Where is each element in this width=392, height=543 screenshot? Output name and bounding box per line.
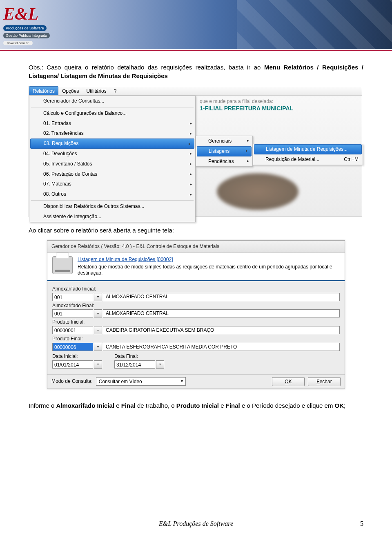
input-prod-ini-name[interactable]: CADEIRA GIRATORIA EXECUTIVA SEM BRAÇO	[103, 326, 340, 334]
dd-gerenciador[interactable]: Gerenciador de Consultas...	[29, 96, 195, 106]
input-prod-ini-code[interactable]: 00000001	[52, 326, 93, 334]
dropdown-icon[interactable]: ▾	[156, 360, 164, 369]
printer-icon	[52, 256, 73, 274]
brand-tagline-1: Produções de Software	[3, 25, 47, 31]
dd-prestacao[interactable]: 06. Prestação de Contas	[29, 169, 195, 179]
dd-inventario[interactable]: 05. Inventário / Saldos	[29, 159, 195, 169]
brand-tagline-2: Gestão Pública Integrada	[3, 33, 50, 38]
input-almox-ini-code[interactable]: 001	[52, 293, 93, 301]
input-prod-fin-code[interactable]: 00000006	[52, 343, 93, 351]
shortcut-label: Ctrl+M	[344, 156, 359, 163]
brand-url: www.el.com.br	[3, 41, 33, 45]
input-prod-fin-name[interactable]: CANETA ESFEROGRAFICA ESCRITA MEDIA COR P…	[103, 343, 340, 351]
input-almox-fin-name[interactable]: ALMOXARIFADO CENTRAL	[103, 309, 340, 317]
page-header-banner: E&L Produções de Software Gestão Pública…	[0, 0, 392, 49]
sm-listagem-minuta[interactable]: Listagem de Minuta de Requisições...	[254, 144, 362, 154]
bg-filial-title: 1-FILIAL PREFEITURA MUNICIPAL	[200, 105, 293, 113]
sm-pendencias[interactable]: Pendências	[196, 156, 252, 167]
page-footer: E&L Produções de Software	[0, 520, 392, 527]
dd-devolucoes[interactable]: 04. Devoluções	[29, 149, 195, 159]
sm-listagens[interactable]: Listagens	[197, 146, 252, 156]
brand-name: E&L	[3, 4, 50, 24]
ok-button[interactable]: OOKK	[272, 377, 305, 386]
sm-gerenciais[interactable]: Gerenciais	[196, 136, 252, 146]
label-prod-inicial: Produto Inicial:	[52, 319, 340, 326]
input-data-inicial[interactable]: 01/01/2014	[52, 360, 93, 369]
label-prod-final: Produto Final:	[52, 335, 340, 342]
input-almox-fin-code[interactable]: 001	[52, 309, 93, 317]
label-almox-inicial: Almoxarifado Inicial:	[52, 286, 340, 293]
menu-utilitarios[interactable]: Utilitários	[82, 86, 110, 95]
label-data-final: Data Final:	[114, 353, 164, 360]
dropdown-icon[interactable]: ▾	[94, 309, 102, 317]
dd-transferencias[interactable]: 02. Transferências	[29, 128, 195, 139]
dd-assistente[interactable]: Assistente de Integração...	[29, 212, 195, 222]
bg-hint-text: que e mude para a filial desejada:	[200, 98, 273, 105]
dialog-description: Relatório que mostra de modo simples tod…	[78, 264, 340, 277]
dd-disponibilizar[interactable]: Disponibilizar Relatórios de Outros Sist…	[29, 201, 195, 212]
dialog-header: Listagem de Minuta de Requisições [00002…	[47, 253, 345, 281]
label-data-inicial: Data Inicial:	[52, 353, 102, 360]
submenu-listagens: Listagem de Minuta de Requisições... Req…	[253, 144, 363, 165]
screenshot-dialog: Gerador de Relatórios ( Versão: 4.0 ) - …	[47, 240, 345, 389]
sm-req-material[interactable]: Requisição de Material... Ctrl+M	[253, 154, 363, 165]
menu-relatorios[interactable]: Relatórios	[29, 86, 58, 95]
input-data-final[interactable]: 31/12/2014	[114, 360, 155, 369]
paragraph-instruction-3: Informe o Almoxarifado Inicial e Final d…	[29, 401, 363, 410]
paragraph-instruction-1: Obs.: Caso queira o relatório detalhado …	[29, 63, 363, 80]
dialog-titlebar: Gerador de Relatórios ( Versão: 4.0 ) - …	[47, 241, 345, 253]
banner-decoration	[237, 0, 392, 49]
dropdown-icon[interactable]: ▾	[94, 293, 102, 301]
dropdown-icon[interactable]: ▾	[94, 360, 102, 369]
fechar-button[interactable]: FecharFechar	[308, 377, 341, 386]
label-almox-final: Almoxarifado Final:	[52, 302, 340, 309]
menu-opcoes[interactable]: Opções	[58, 86, 82, 95]
dd-calculo[interactable]: Cálculo e Configurações de Balanço...	[29, 108, 195, 118]
dd-materiais[interactable]: 07. Materiais	[29, 179, 195, 189]
bg-image-blur	[217, 173, 298, 210]
dd-requisicoes[interactable]: 03. Requisições	[30, 139, 194, 149]
dd-outros[interactable]: 08. Outros	[29, 189, 195, 199]
input-almox-ini-name[interactable]: ALMOXARIFADO CENTRAL	[103, 293, 340, 301]
label-modo-consulta: Modo de Consulta:	[51, 378, 93, 385]
dropdown-icon[interactable]: ▾	[94, 343, 102, 351]
menubar: Relatórios Opções Utilitários ?	[29, 86, 362, 96]
dropdown-relatorios: Gerenciador de Consultas... Cálculo e Co…	[29, 96, 196, 222]
dialog-body: Almoxarifado Inicial: 001 ▾ ALMOXARIFADO…	[47, 281, 345, 374]
dialog-report-link[interactable]: Listagem de Minuta de Requisições [00002…	[78, 256, 340, 263]
menu-help[interactable]: ?	[110, 86, 120, 95]
dialog-footer: Modo de Consulta: Consultar em Vídeo OOK…	[47, 374, 345, 389]
dd-entradas[interactable]: 01. Entradas	[29, 118, 195, 129]
paragraph-instruction-2: Ao clicar sobre o relatório será aberta …	[29, 226, 363, 235]
screenshot-menu: Relatórios Opções Utilitários ? que e mu…	[29, 86, 362, 217]
page-number: 5	[360, 520, 363, 527]
combo-modo-consulta[interactable]: Consultar em Vídeo	[96, 377, 186, 386]
submenu-requisicoes: Gerenciais Listagens Pendências	[196, 136, 253, 167]
brand-logo: E&L Produções de Software Gestão Pública…	[3, 4, 50, 46]
dropdown-icon[interactable]: ▾	[94, 326, 102, 334]
